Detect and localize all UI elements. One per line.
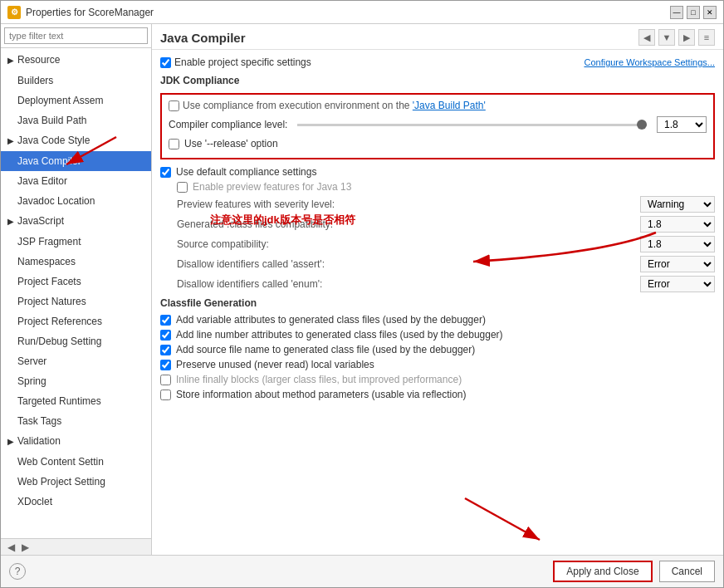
- preview-severity-select[interactable]: Warning Error Info: [640, 196, 715, 213]
- release-label: Use '--release' option: [184, 138, 278, 149]
- enable-settings-row: Enable project specific settings Configu…: [160, 56, 715, 68]
- generated-class-label: Generated .class files compatibility:: [177, 218, 333, 230]
- sidebar-item-resource[interactable]: ▶Resource: [1, 50, 151, 71]
- arrow-icon: ▶: [7, 52, 14, 69]
- filter-box: [1, 24, 151, 48]
- menu-button[interactable]: ≡: [698, 29, 715, 46]
- panel-content: Enable project specific settings Configu…: [152, 50, 723, 555]
- sidebar-item-run-debug[interactable]: Run/Debug Setting: [1, 331, 151, 351]
- close-button[interactable]: ✕: [703, 6, 717, 19]
- arrow-icon-2: ▶: [7, 133, 14, 149]
- classfile-label-2: Add source file name to generated class …: [176, 344, 475, 355]
- minimize-button[interactable]: —: [670, 6, 683, 19]
- disallow-assert-select[interactable]: Error Warning: [640, 256, 715, 272]
- classfile-item-5: Store information about method parameter…: [160, 389, 715, 400]
- maximize-button[interactable]: □: [687, 6, 700, 19]
- generated-class-select[interactable]: 1.8 11: [640, 216, 715, 233]
- enable-settings-checkbox[interactable]: [160, 57, 171, 68]
- cancel-button[interactable]: Cancel: [659, 561, 715, 582]
- arrow-icon-3: ▶: [7, 213, 14, 230]
- compliance-level-row: Compiler compliance level: 1.8 11 13: [169, 116, 707, 133]
- disallow-enum-row: Disallow identifiers called 'enum': Erro…: [160, 276, 715, 292]
- java-build-path-link[interactable]: 'Java Build Path': [413, 100, 486, 111]
- release-checkbox[interactable]: [169, 139, 179, 149]
- content-area: ▶Resource Builders Deployment Assem Java…: [1, 24, 723, 555]
- panel-header: Java Compiler ◀ ▼ ▶ ≡: [152, 24, 723, 50]
- bottom-bar: ? Apply and Close Cancel: [1, 555, 723, 587]
- scroll-left-btn[interactable]: ◀: [4, 541, 18, 553]
- sidebar-item-javadoc[interactable]: Javadoc Location: [1, 191, 151, 211]
- compliance-env-checkbox[interactable]: [169, 100, 179, 111]
- sidebar-item-project-references[interactable]: Project References: [1, 311, 151, 331]
- classfile-item-3: Preserve unused (never read) local varia…: [160, 359, 715, 370]
- search-input[interactable]: [4, 27, 148, 44]
- sidebar-item-builders[interactable]: Builders: [1, 71, 151, 91]
- source-compat-label: Source compatibility:: [177, 238, 269, 250]
- classfile-checkbox-4[interactable]: [160, 375, 171, 385]
- classfile-checkbox-5[interactable]: [160, 390, 171, 400]
- arrow-icon-4: ▶: [7, 434, 14, 450]
- source-compat-row: Source compatibility: 1.8 11: [160, 236, 715, 252]
- sidebar-bottom: ◀ ▶: [1, 538, 151, 555]
- titlebar-title: Properties for ScoreManager: [26, 7, 154, 18]
- classfile-label-5: Store information about method parameter…: [176, 389, 467, 400]
- dropdown-button[interactable]: ▼: [658, 29, 675, 46]
- disallow-assert-label: Disallow identifiers called 'assert':: [177, 258, 325, 270]
- sidebar-item-xdoclet[interactable]: XDoclet: [1, 492, 151, 512]
- sidebar-item-server[interactable]: Server: [1, 351, 151, 371]
- enable-settings-left: Enable project specific settings: [160, 56, 311, 68]
- sidebar-item-java-build-path[interactable]: Java Build Path: [1, 110, 151, 130]
- default-compliance-checkbox[interactable]: [160, 167, 171, 178]
- classfile-checkbox-1[interactable]: [160, 330, 171, 341]
- app-icon: ⚙: [7, 6, 21, 19]
- classfile-label-3: Preserve unused (never read) local varia…: [176, 359, 374, 370]
- preview-features-checkbox[interactable]: [177, 182, 188, 193]
- sidebar-item-project-facets[interactable]: Project Facets: [1, 272, 151, 292]
- apply-close-button[interactable]: Apply and Close: [553, 561, 652, 582]
- sidebar-item-java-code-style[interactable]: ▶Java Code Style: [1, 130, 151, 151]
- scroll-right-btn[interactable]: ▶: [18, 541, 32, 553]
- sidebar-item-task-tags[interactable]: Task Tags: [1, 411, 151, 431]
- sidebar-item-validation[interactable]: ▶Validation: [1, 431, 151, 452]
- classfile-checkbox-2[interactable]: [160, 345, 171, 355]
- sidebar-item-targeted-runtimes[interactable]: Targeted Runtimes: [1, 391, 151, 411]
- titlebar-controls: — □ ✕: [670, 6, 717, 19]
- compliance-env-row: Use compliance from execution environmen…: [169, 100, 707, 111]
- sidebar-item-deployment[interactable]: Deployment Assem: [1, 91, 151, 110]
- sidebar-item-javascript[interactable]: ▶JavaScript: [1, 211, 151, 232]
- classfile-item-4: Inline finally blocks (larger class file…: [160, 374, 715, 385]
- sidebar-item-web-project[interactable]: Web Project Setting: [1, 472, 151, 492]
- default-compliance-row: Use default compliance settings: [160, 166, 715, 178]
- sidebar-item-jsp-fragment[interactable]: JSP Fragment: [1, 232, 151, 252]
- classfile-checkbox-3[interactable]: [160, 360, 171, 370]
- sidebar-item-spring[interactable]: Spring: [1, 371, 151, 391]
- sidebar-item-java-compiler[interactable]: Java Compiler: [1, 151, 151, 171]
- titlebar-left: ⚙ Properties for ScoreManager: [7, 6, 154, 19]
- sidebar-item-namespaces[interactable]: Namespaces: [1, 252, 151, 272]
- classfile-label-1: Add line number attributes to generated …: [176, 329, 503, 341]
- preview-features-label: Enable preview features for Java 13: [193, 181, 351, 193]
- disallow-assert-row: Disallow identifiers called 'assert': Er…: [160, 256, 715, 272]
- panel-nav: ◀ ▼ ▶ ≡: [638, 29, 715, 46]
- classfile-item-0: Add variable attributes to generated cla…: [160, 314, 715, 326]
- properties-window: ⚙ Properties for ScoreManager — □ ✕ ▶Res…: [0, 0, 724, 588]
- compliance-slider-thumb[interactable]: [637, 120, 647, 130]
- classfile-item-2: Add source file name to generated class …: [160, 344, 715, 355]
- forward-button[interactable]: ▶: [678, 29, 695, 46]
- disallow-enum-select[interactable]: Error Warning: [640, 276, 715, 292]
- sidebar-item-project-natures[interactable]: Project Natures: [1, 292, 151, 311]
- compliance-env-label: Use compliance from execution environmen…: [183, 100, 486, 111]
- sidebar-item-java-editor[interactable]: Java Editor: [1, 171, 151, 191]
- bottom-buttons: Apply and Close Cancel: [553, 561, 715, 582]
- default-compliance-label: Use default compliance settings: [176, 166, 316, 178]
- sidebar-item-web-content[interactable]: Web Content Settin: [1, 452, 151, 472]
- classfile-checkbox-0[interactable]: [160, 315, 171, 326]
- configure-workspace-link[interactable]: Configure Workspace Settings...: [584, 57, 715, 67]
- classfile-item-1: Add line number attributes to generated …: [160, 329, 715, 341]
- back-button[interactable]: ◀: [638, 29, 655, 46]
- titlebar: ⚙ Properties for ScoreManager — □ ✕: [1, 1, 723, 24]
- source-compat-select[interactable]: 1.8 11: [640, 236, 715, 252]
- help-button[interactable]: ?: [9, 563, 26, 580]
- compliance-version-select[interactable]: 1.8 11 13: [657, 116, 707, 133]
- preview-severity-label: Preview features with severity level:: [177, 198, 335, 210]
